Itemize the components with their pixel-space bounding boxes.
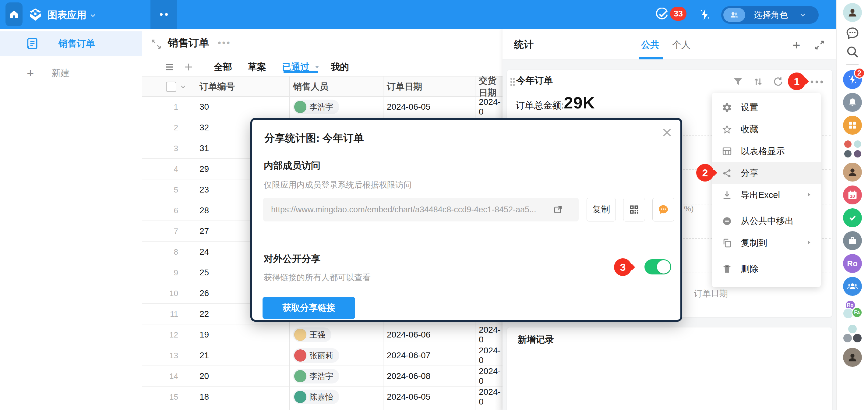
chevron-down-icon[interactable] bbox=[89, 11, 97, 20]
tasks-icon[interactable] bbox=[843, 208, 862, 227]
group-icon[interactable] bbox=[843, 277, 862, 296]
calendar-icon[interactable]: 10 bbox=[843, 186, 862, 204]
chart-context-menu: 设置收藏以表格显示分享导出Excel从公共中移出复制到删除 bbox=[712, 93, 821, 287]
search-icon[interactable] bbox=[843, 44, 862, 59]
column-header-order-no[interactable]: 订单编号 bbox=[199, 76, 235, 97]
ro-fa-group[interactable]: RoFa bbox=[842, 300, 863, 320]
stats-tab-personal[interactable]: 个人 bbox=[672, 39, 690, 51]
cell-order-no[interactable]: 19 bbox=[199, 324, 209, 345]
table-row[interactable]: 130李浩宇2024-06-052024-0 bbox=[142, 97, 502, 117]
cell-order-no[interactable]: 31 bbox=[199, 138, 209, 159]
automation-bolt-icon[interactable] bbox=[698, 8, 711, 21]
cell-order-no[interactable]: 18 bbox=[199, 386, 209, 407]
column-header-salesperson[interactable]: 销售人员 bbox=[293, 76, 328, 97]
get-share-link-button[interactable]: 获取分享链接 bbox=[262, 297, 355, 319]
cell-order-no[interactable]: 30 bbox=[199, 97, 209, 117]
statistics-title: 统计 bbox=[514, 38, 534, 52]
sheet-more-icon[interactable]: ••• bbox=[218, 38, 231, 48]
cell-salesperson[interactable]: 李浩宇 bbox=[293, 97, 339, 117]
table-row[interactable]: 1321张丽莉2024-06-072024-0 bbox=[142, 345, 502, 366]
contact-avatar[interactable] bbox=[843, 163, 862, 182]
notifications-icon[interactable] bbox=[843, 93, 862, 112]
expand-panel-icon[interactable] bbox=[814, 39, 825, 51]
svg-text:10: 10 bbox=[850, 193, 855, 199]
open-link-icon[interactable] bbox=[553, 205, 563, 215]
contact-avatar-2[interactable] bbox=[843, 348, 862, 367]
table-row[interactable]: 1219王强2024-06-062024-0 bbox=[142, 324, 502, 345]
menu-item-share[interactable]: 分享 bbox=[712, 162, 821, 184]
refresh-icon[interactable] bbox=[773, 76, 784, 87]
cell-order-no[interactable]: 28 bbox=[199, 200, 209, 221]
cell-salesperson[interactable]: 王强 bbox=[293, 324, 331, 345]
qr-code-button[interactable] bbox=[623, 198, 645, 221]
menu-item-minuscircle[interactable]: 从公共中移出 bbox=[712, 210, 821, 232]
sort-icon[interactable] bbox=[752, 76, 764, 87]
chat-icon[interactable] bbox=[843, 26, 862, 40]
view-tab-all[interactable]: 全部 bbox=[214, 61, 232, 73]
cell-order-date[interactable]: 2024-06-05 bbox=[387, 97, 430, 117]
share-url-field[interactable]: https://www.mingdao.com/embed/chart/a344… bbox=[263, 198, 579, 221]
collapsed-app-tab[interactable] bbox=[151, 0, 177, 29]
cell-order-no[interactable]: 25 bbox=[199, 262, 209, 283]
cell-order-date[interactable]: 2024-06-07 bbox=[387, 345, 430, 366]
view-tab-draft[interactable]: 草案 bbox=[248, 61, 266, 73]
table-row[interactable]: 1420李浩宇2024-06-082024-0 bbox=[142, 366, 502, 386]
ro-space[interactable]: Ro bbox=[843, 254, 862, 273]
briefcase-icon[interactable] bbox=[843, 231, 862, 250]
share-dialog: 分享统计图: 今年订单 内部成员访问 仅限应用内成员登录系统后根据权限访问 ht… bbox=[250, 118, 682, 322]
add-view-icon[interactable] bbox=[183, 62, 194, 72]
sidebar-item-sales-orders[interactable]: 销售订单 bbox=[0, 31, 142, 56]
app-title[interactable]: 图表应用 bbox=[48, 8, 87, 22]
avatar bbox=[294, 349, 306, 361]
apps-icon[interactable] bbox=[843, 116, 862, 135]
row-number: 7 bbox=[142, 221, 178, 242]
menu-item-download[interactable]: 导出Excel bbox=[712, 184, 821, 206]
user-avatar[interactable] bbox=[843, 3, 862, 22]
cell-order-date[interactable]: 2024-06-05 bbox=[387, 386, 430, 407]
workflow-icon[interactable]: 2 bbox=[843, 70, 862, 89]
column-header-order-date[interactable]: 订单日期 bbox=[387, 76, 422, 97]
avatar-group[interactable] bbox=[842, 138, 863, 159]
select-all-checkbox[interactable] bbox=[166, 82, 176, 92]
cell-order-no[interactable]: 23 bbox=[199, 180, 209, 200]
cell-order-no[interactable]: 20 bbox=[199, 366, 209, 386]
row-number: 4 bbox=[142, 159, 178, 180]
cell-order-no[interactable]: 24 bbox=[199, 242, 209, 262]
table-row[interactable]: 1518陈嘉怡2024-06-052024-0 bbox=[142, 386, 502, 407]
public-share-toggle[interactable] bbox=[645, 259, 671, 275]
select-role-button[interactable]: 选择角色 bbox=[721, 6, 819, 24]
add-chart-icon[interactable]: + bbox=[793, 37, 800, 53]
cell-order-date[interactable]: 2024-06-06 bbox=[387, 324, 430, 345]
cell-order-no[interactable]: 29 bbox=[199, 159, 209, 180]
cell-salesperson[interactable]: 李浩宇 bbox=[293, 366, 339, 386]
stats-tab-public[interactable]: 公共 bbox=[641, 39, 659, 51]
menu-item-table[interactable]: 以表格显示 bbox=[712, 140, 821, 162]
cell-order-date[interactable]: 2024-06-08 bbox=[387, 366, 430, 386]
header-caret-icon[interactable] bbox=[179, 83, 187, 91]
avatar-group-2[interactable] bbox=[842, 324, 863, 344]
menu-item-star[interactable]: 收藏 bbox=[712, 119, 821, 140]
menu-item-trash[interactable]: 删除 bbox=[712, 258, 821, 280]
menu-item-gear[interactable]: 设置 bbox=[712, 97, 821, 119]
filter-icon[interactable] bbox=[733, 76, 743, 87]
cell-order-no[interactable]: 26 bbox=[199, 283, 209, 304]
approval-check-icon[interactable] bbox=[655, 8, 669, 22]
cell-order-no[interactable]: 27 bbox=[199, 221, 209, 242]
send-to-chat-button[interactable] bbox=[652, 198, 674, 221]
cell-salesperson[interactable]: 张丽莉 bbox=[293, 345, 339, 366]
copy-link-button[interactable]: 复制 bbox=[587, 198, 616, 221]
view-list-icon[interactable] bbox=[164, 62, 175, 72]
more-actions-icon[interactable] bbox=[810, 79, 824, 85]
cell-order-no[interactable]: 32 bbox=[199, 117, 209, 138]
cell-order-no[interactable]: 21 bbox=[199, 345, 209, 366]
view-caret-icon[interactable] bbox=[314, 64, 320, 70]
menu-item-copy[interactable]: 复制到 bbox=[712, 232, 821, 254]
sidebar-new-button[interactable]: + 新建 bbox=[0, 62, 142, 84]
cell-order-no[interactable]: 22 bbox=[199, 304, 209, 324]
view-tab-mine[interactable]: 我的 bbox=[331, 61, 349, 73]
approval-count-badge[interactable]: 33 bbox=[670, 7, 686, 21]
home-button[interactable] bbox=[5, 2, 23, 26]
drag-handle-icon[interactable] bbox=[510, 77, 515, 87]
close-icon[interactable] bbox=[661, 126, 673, 138]
cell-salesperson[interactable]: 陈嘉怡 bbox=[293, 386, 339, 407]
